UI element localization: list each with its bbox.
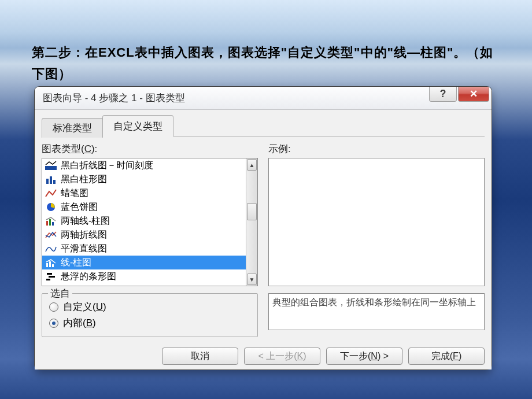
tab-strip: 标准类型 自定义类型	[42, 116, 485, 136]
list-item[interactable]: 黑白柱形图	[42, 172, 246, 186]
chart-description: 典型的组合图表，折线和条形绘制在同一坐标轴上	[268, 293, 485, 330]
cancel-button[interactable]: 取消	[162, 348, 238, 365]
scroll-thumb[interactable]	[247, 203, 257, 220]
radio-builtin-label: 内部(B)	[63, 316, 96, 330]
chart-preview	[268, 158, 485, 286]
help-button[interactable]: ?	[429, 87, 457, 102]
svg-rect-8	[46, 263, 48, 267]
list-item[interactable]: 平滑直线图	[42, 242, 246, 256]
dual-line-bar-icon	[45, 216, 57, 226]
radio-custom-label: 自定义(U)	[63, 300, 106, 313]
list-item-label: 黑白折线图－时间刻度	[61, 160, 153, 172]
svg-rect-1	[46, 179, 49, 184]
list-item-label: 平滑直线图	[61, 243, 107, 255]
tab-standard-types[interactable]: 标准类型	[42, 118, 103, 138]
radio-builtin-indicator	[49, 319, 58, 328]
svg-rect-11	[47, 273, 52, 275]
svg-rect-0	[45, 166, 57, 170]
chart-wizard-dialog: 图表向导 - 4 步骤之 1 - 图表类型 ? ✕ 标准类型 自定义类型 图表类…	[35, 87, 492, 370]
list-item[interactable]: 黑白折线图－时间刻度	[42, 158, 246, 172]
list-item-label: 线-柱图	[61, 257, 91, 269]
list-item[interactable]: 两轴折线图	[42, 228, 246, 242]
listbox-scrollbar[interactable]: ▲ ▼	[246, 158, 257, 286]
next-button[interactable]: 下一步(N) >	[326, 348, 402, 365]
svg-rect-10	[52, 264, 54, 267]
svg-rect-3	[53, 180, 56, 184]
list-item-label: 黑白柱形图	[61, 173, 107, 186]
scroll-track[interactable]	[246, 171, 257, 273]
list-item-label: 蓝色饼图	[61, 201, 98, 213]
source-legend: 选自	[48, 287, 72, 300]
list-item[interactable]: 线-柱图	[42, 256, 246, 269]
list-item-label: 两轴线-柱图	[61, 215, 110, 227]
bw-bar-icon	[45, 174, 57, 184]
svg-rect-7	[52, 222, 54, 226]
back-button[interactable]: < 上一步(K)	[244, 348, 320, 365]
list-item[interactable]: 两轴线-柱图	[42, 214, 246, 228]
list-item-label: 两轴折线图	[61, 229, 107, 241]
chart-type-label: 图表类型(C):	[42, 142, 258, 156]
pie-blue-icon	[45, 202, 57, 212]
line-bar-icon	[45, 257, 57, 268]
float-bar-icon	[45, 271, 57, 282]
svg-rect-13	[46, 279, 50, 280]
radio-custom-indicator	[49, 302, 58, 312]
crayon-icon	[45, 188, 57, 198]
list-item[interactable]: 蓝色饼图	[42, 200, 246, 214]
tab-custom-types[interactable]: 自定义类型	[102, 115, 173, 136]
finish-button[interactable]: 完成(F)	[408, 348, 485, 365]
list-item[interactable]: 蜡笔图	[42, 186, 246, 200]
dual-line-icon	[45, 230, 57, 240]
bw-line-icon	[45, 160, 57, 171]
dialog-title: 图表向导 - 4 步骤之 1 - 图表类型	[35, 91, 185, 105]
chart-type-listbox[interactable]: 黑白折线图－时间刻度黑白柱形图蜡笔图蓝色饼图两轴线-柱图两轴折线图平滑直线图线-…	[42, 158, 258, 286]
svg-rect-5	[46, 221, 48, 226]
svg-rect-6	[49, 219, 51, 226]
radio-custom[interactable]: 自定义(U)	[49, 300, 250, 313]
list-item-label: 悬浮的条形图	[61, 271, 116, 283]
list-item-label: 蜡笔图	[61, 187, 88, 200]
close-button[interactable]: ✕	[458, 87, 489, 102]
svg-rect-2	[50, 176, 52, 184]
slide-heading: 第二步：在EXCL表中插入图表，图表选择"自定义类型"中的"线—柱图"。（如下图…	[32, 42, 497, 85]
scroll-up-button[interactable]: ▲	[247, 159, 257, 171]
svg-rect-9	[49, 261, 51, 267]
source-fieldset: 选自 自定义(U) 内部(B)	[42, 293, 258, 337]
dialog-titlebar[interactable]: 图表向导 - 4 步骤之 1 - 图表类型 ? ✕	[35, 87, 492, 110]
list-item[interactable]: 悬浮的条形图	[42, 269, 246, 283]
scroll-down-button[interactable]: ▼	[247, 274, 257, 285]
svg-rect-12	[49, 276, 55, 278]
sample-label: 示例:	[268, 142, 485, 156]
smooth-line-icon	[45, 243, 57, 254]
radio-builtin[interactable]: 内部(B)	[49, 316, 250, 330]
